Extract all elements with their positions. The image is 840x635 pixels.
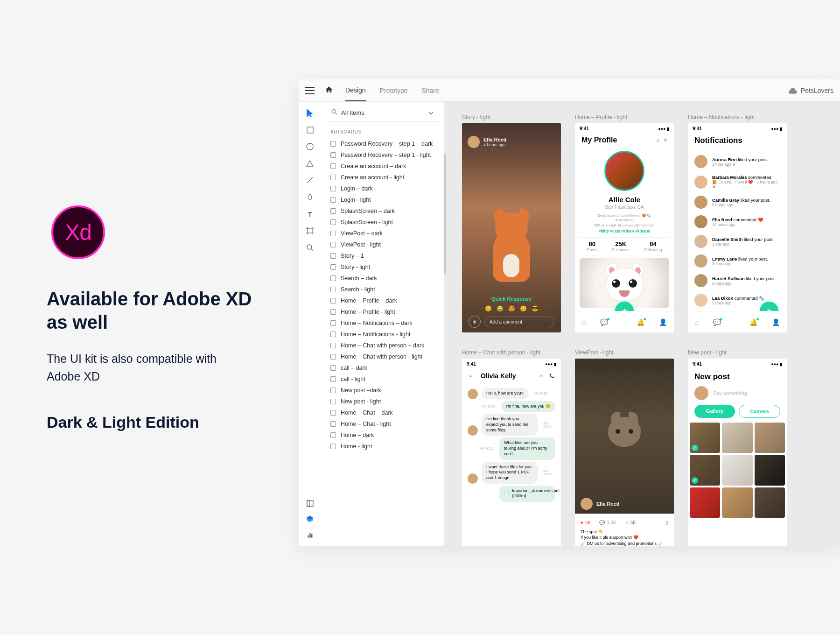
assets-panel-icon[interactable] <box>305 499 315 508</box>
gallery-thumb[interactable] <box>690 487 720 518</box>
video-call-icon[interactable]: ▭ <box>539 374 544 378</box>
line-tool-icon[interactable] <box>305 176 315 185</box>
nav-bell-icon[interactable]: 🔔 <box>637 318 644 326</box>
back-icon[interactable]: ← <box>469 372 475 380</box>
artboard-newpost-light[interactable]: New post - light 9:41●●● ▮ New post Say … <box>688 349 787 546</box>
artboard-layer-item[interactable]: Home – dark <box>321 430 444 441</box>
artboard-layer-item[interactable]: Create an account – dark <box>321 161 444 172</box>
artboard-notifications-light[interactable]: Home – Notifications - light 9:41●●● ▮ N… <box>688 114 787 332</box>
gallery-thumb[interactable] <box>722 455 752 485</box>
notification-item[interactable]: Barbara Morales commented📙 Cuteee.. I lo… <box>688 171 787 192</box>
artboard-layer-item[interactable]: ViewPost – dark <box>321 228 444 239</box>
artboard-layer-item[interactable]: Login - light <box>321 194 444 205</box>
gallery-thumb[interactable] <box>755 455 785 485</box>
artboard-chat-light[interactable]: Home – Chat with person - light 9:41●●● … <box>462 349 561 546</box>
pen-tool-icon[interactable] <box>305 192 315 202</box>
artboard-layer-item[interactable]: call – dark <box>321 362 444 374</box>
nav-home-icon[interactable]: ⌂ <box>582 318 586 326</box>
stat-following[interactable]: 84Following <box>644 240 662 252</box>
share-button[interactable]: ↗ 5K <box>625 520 636 525</box>
artboard-layer-item[interactable]: SplashScreen - light <box>321 217 444 228</box>
layers-search[interactable]: All Items <box>325 106 440 122</box>
artboard-layer-item[interactable]: Home – Profile – dark <box>321 295 444 306</box>
artboard-layer-item[interactable]: Story – 1 <box>321 250 444 261</box>
file-name[interactable]: PetsLovers <box>789 87 833 94</box>
nav-home-icon[interactable]: ⌂ <box>695 318 699 326</box>
artboard-layer-item[interactable]: Login – dark <box>321 183 444 194</box>
artboard-layer-item[interactable]: ViewPost - light <box>321 239 444 250</box>
settings-icon[interactable]: ⚙ <box>664 138 667 142</box>
nav-chat-icon[interactable]: 💬 <box>600 318 608 326</box>
nav-bell-icon[interactable]: 🔔 <box>749 318 757 326</box>
comment-button[interactable]: 💬 1.5K <box>599 520 616 525</box>
phone-icon[interactable]: 📞 <box>549 374 554 378</box>
gallery-thumb[interactable] <box>722 423 752 453</box>
artboard-layer-item[interactable]: Home - light <box>321 441 444 452</box>
stat-followers[interactable]: 25KFollowers <box>612 240 630 252</box>
artboard-layer-item[interactable]: Story - light <box>321 261 444 273</box>
zoom-tool-icon[interactable] <box>305 243 315 252</box>
artboard-tool-icon[interactable] <box>305 226 315 235</box>
gallery-thumb[interactable]: ✓ <box>690 455 720 485</box>
artboard-layer-item[interactable]: Password Recovery – step 1 – dark <box>321 138 444 149</box>
artboard-layer-item[interactable]: Home – Notifications - light <box>321 329 444 340</box>
artboard-layer-item[interactable]: Home – Notifications – dark <box>321 318 444 329</box>
notification-item[interactable]: Camilla Gray liked your post.9 hours ago <box>688 192 787 212</box>
message-in[interactable]: I'm fine thank you. I expect you to send… <box>468 414 555 436</box>
emoji-reactions[interactable]: 😊😂😍😊😎 <box>485 305 539 312</box>
polygon-tool-icon[interactable] <box>305 159 315 168</box>
hamburger-icon[interactable] <box>305 87 315 94</box>
tab-camera[interactable]: Camera <box>739 405 780 418</box>
camera-icon[interactable]: ◉ <box>469 316 481 328</box>
artboard-layer-item[interactable]: Password Recovery – step 1 - light <box>321 149 444 161</box>
artboard-layer-item[interactable]: call - light <box>321 374 444 385</box>
home-icon[interactable] <box>325 85 333 96</box>
notification-item[interactable]: Emmy Lane liked your post.3 days ago <box>688 251 787 271</box>
notification-item[interactable]: Ella Reed commented ❤️14 hours ago <box>688 212 787 232</box>
message-in[interactable]: I want those files for you. I hope you s… <box>468 462 555 484</box>
scroll-thumb[interactable] <box>444 153 446 275</box>
artboard-layer-item[interactable]: Home – Chat - light <box>321 418 444 430</box>
artboard-layer-item[interactable]: Home – Chat – dark <box>321 407 444 418</box>
profile-hashtags[interactable]: #kitty #cats #kitten #kittens <box>575 229 674 233</box>
layers-panel-icon[interactable] <box>305 515 315 524</box>
artboard-story-light[interactable]: Story - light 9:41●●● ▮ Ella Reed 4 hour… <box>462 114 561 332</box>
tab-share[interactable]: Share <box>422 80 439 101</box>
like-button[interactable]: ♥ 5K <box>581 520 591 525</box>
post-image[interactable] <box>580 258 669 308</box>
gallery-thumb[interactable] <box>755 423 785 453</box>
notification-item[interactable]: Danielle Smith liked your post.1 day ago <box>688 232 787 251</box>
tab-gallery[interactable]: Gallery <box>694 405 735 418</box>
nav-profile-icon[interactable]: 👤 <box>772 318 780 326</box>
notification-item[interactable]: Aurora Rori liked your post.1 hour ago ★ <box>688 152 787 171</box>
profile-avatar[interactable] <box>604 151 644 191</box>
message-file[interactable]: 📄Important_documents.pdf (200kb)⬇ <box>468 486 555 502</box>
artboard-layer-item[interactable]: New post - light <box>321 396 444 407</box>
tab-design[interactable]: Design <box>345 80 366 101</box>
artboard-layer-item[interactable]: SplashScreen – dark <box>321 205 444 217</box>
canvas[interactable]: Story - light 9:41●●● ▮ Ella Reed 4 hour… <box>444 102 840 546</box>
bookmark-button[interactable]: ▯ <box>665 520 668 525</box>
nav-profile-icon[interactable]: 👤 <box>659 318 667 326</box>
artboard-layer-item[interactable]: Search - light <box>321 284 444 295</box>
gallery-thumb[interactable] <box>755 487 785 518</box>
artboard-layer-item[interactable]: Search – dark <box>321 273 444 284</box>
artboard-layer-item[interactable]: New post –dark <box>321 385 444 396</box>
artboard-viewpost-light[interactable]: ViewPost - light 9:41●●● ▮ Ella Reed <box>575 349 674 546</box>
story-avatar[interactable] <box>468 136 480 148</box>
artboard-layer-item[interactable]: Create an account - light <box>321 172 444 183</box>
tab-prototype[interactable]: Prototype <box>380 80 408 101</box>
stat-posts[interactable]: 80Posts <box>587 240 597 252</box>
rectangle-tool-icon[interactable] <box>305 125 315 134</box>
notification-item[interactable]: Harriet Sullivan liked your post.5 days … <box>688 271 787 290</box>
select-tool-icon[interactable] <box>305 108 315 118</box>
comment-input[interactable]: Add a comment <box>484 317 554 327</box>
message-in[interactable]: Hello, how are you?AM 10:00 <box>468 388 555 399</box>
gallery-thumb[interactable] <box>722 487 752 518</box>
artboard-layer-item[interactable]: Home – Chat with person - light <box>321 351 444 362</box>
ellipse-tool-icon[interactable] <box>305 142 315 151</box>
nav-chat-icon[interactable]: 💬 <box>713 318 721 326</box>
artboard-profile-light[interactable]: Home – Profile - light 9:41●●● ▮ My Prof… <box>575 114 674 332</box>
post-input[interactable]: Say something <box>713 390 747 396</box>
plugins-panel-icon[interactable] <box>305 530 315 540</box>
